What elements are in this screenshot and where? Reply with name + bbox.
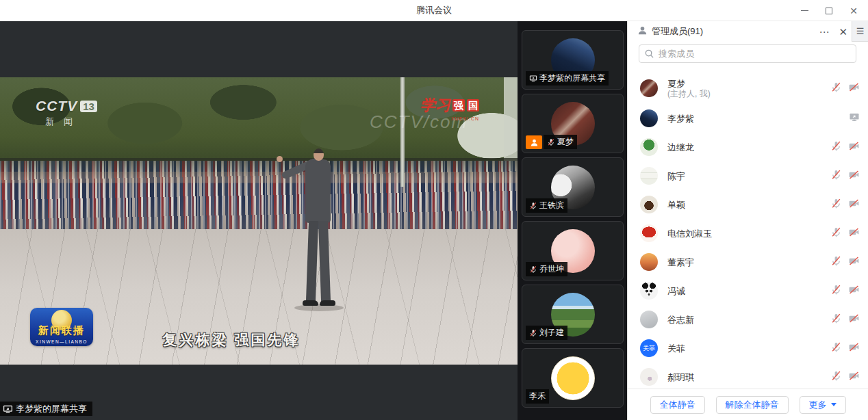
panel-menu-button[interactable]: ☰	[852, 21, 868, 42]
participant-thumbnail-strip: 李梦紫的屏幕共享 夏梦	[518, 21, 627, 420]
mic-muted-icon[interactable]	[830, 140, 842, 155]
panel-close-button[interactable]: ✕	[839, 27, 847, 37]
tile-name: 夏梦	[557, 136, 574, 148]
mic-muted-icon[interactable]	[830, 255, 842, 270]
xuexi-box-char: 国	[467, 99, 479, 111]
camera-off-icon[interactable]	[848, 81, 860, 96]
video-tile-qiaoshikun[interactable]: 乔世坤	[522, 221, 624, 280]
member-row-limengzi[interactable]: 李梦紫	[628, 104, 868, 133]
member-row-xiameng[interactable]: 夏梦 (主持人, 我)	[628, 73, 868, 104]
avatar	[640, 311, 658, 328]
more-label: 更多	[809, 399, 827, 411]
camera-off-icon[interactable]	[848, 255, 860, 270]
camera-off-icon[interactable]	[848, 226, 860, 241]
member-name: 冯诚	[667, 286, 685, 296]
video-waving-person	[275, 148, 344, 313]
mic-muted-icon[interactable]	[830, 81, 842, 96]
shared-screen-stage[interactable]: CCTV 13 新闻 CCTV/com 学习 强 国 XUEXI.CN	[0, 21, 518, 420]
mic-muted-icon[interactable]	[830, 341, 842, 356]
camera-off-icon[interactable]	[848, 313, 860, 327]
maximize-icon	[826, 8, 832, 14]
camera-off-icon[interactable]	[848, 370, 860, 384]
minimize-icon	[801, 10, 808, 11]
panel-more-button[interactable]: ⋯	[819, 27, 829, 37]
member-name: 郝玥琪	[667, 372, 694, 382]
window-title: 腾讯会议	[416, 4, 452, 16]
cctv-brand-text: CCTV	[36, 98, 77, 114]
mic-muted-icon	[547, 138, 555, 146]
tile-label: 王铁滨	[526, 198, 567, 213]
screen-share-icon	[3, 404, 13, 414]
mic-muted-icon	[529, 202, 537, 210]
xuexi-url-text: XUEXI.CN	[420, 116, 479, 121]
member-icon	[637, 25, 648, 38]
member-row-fengcheng[interactable]: 冯诚	[628, 276, 868, 305]
member-row-bianjilong[interactable]: 边继龙	[628, 133, 868, 161]
video-tile-wangtiebin[interactable]: 王铁滨	[522, 157, 624, 217]
xuexi-qiangguo-logo: 学习 强 国 XUEXI.CN	[420, 95, 479, 121]
members-panel: 管理成员(91) ⋯ ✕ ☰ 夏梦 (主持人, 我)	[627, 21, 868, 420]
mic-muted-icon[interactable]	[830, 370, 842, 384]
maximize-button[interactable]	[820, 3, 838, 19]
mic-muted-icon[interactable]	[830, 198, 842, 212]
more-button[interactable]: 更多	[800, 396, 846, 414]
members-panel-title: 管理成员(91)	[652, 25, 703, 38]
member-row-guzhixin[interactable]: 谷志新	[628, 305, 868, 334]
member-name: 单颖	[667, 200, 685, 210]
member-row-guanfei[interactable]: 关菲 关菲	[628, 334, 868, 363]
shared-video: CCTV 13 新闻 CCTV/com 学习 强 国 XUEXI.CN	[0, 77, 518, 365]
search-input[interactable]	[639, 44, 856, 63]
video-crowd	[0, 161, 518, 229]
avatar	[551, 356, 595, 400]
member-list: 夏梦 (主持人, 我) 李梦紫	[628, 67, 868, 391]
member-row-shanying[interactable]: 单颖	[628, 190, 868, 219]
window-controls: ✕	[795, 0, 863, 21]
avatar	[640, 109, 658, 127]
member-row-chenyu[interactable]: 陈宇	[628, 161, 868, 190]
screen-share-icon	[529, 75, 537, 82]
video-tile-liuzijian[interactable]: 刘子建	[522, 285, 624, 344]
mic-muted-icon[interactable]	[830, 313, 842, 327]
camera-off-icon[interactable]	[848, 140, 860, 155]
mic-muted-icon[interactable]	[830, 226, 842, 241]
member-name: 夏梦	[667, 79, 711, 89]
host-badge-icon	[526, 135, 542, 149]
member-row-haoyueqi[interactable]: 郝玥琪	[628, 363, 868, 391]
avatar	[640, 368, 658, 386]
sharing-screen-icon[interactable]	[849, 111, 860, 125]
close-icon: ✕	[850, 6, 858, 16]
caret-down-icon	[831, 403, 837, 406]
tile-name: 刘子建	[539, 327, 564, 339]
close-button[interactable]: ✕	[845, 3, 863, 19]
video-tile-lihe[interactable]: 李禾	[522, 348, 624, 408]
video-tile-xiameng[interactable]: 夏梦	[522, 94, 624, 153]
tile-label: 夏梦	[544, 135, 577, 149]
avatar	[640, 138, 658, 156]
camera-off-icon[interactable]	[848, 198, 860, 212]
avatar	[640, 253, 658, 271]
member-role: (主持人, 我)	[667, 89, 711, 99]
screen-share-banner: 李梦紫的屏幕共享	[0, 402, 92, 416]
camera-off-icon[interactable]	[848, 169, 860, 183]
member-row-dongsuyu[interactable]: 董素宇	[628, 248, 868, 276]
cctv-channel-number: 13	[80, 101, 97, 112]
tile-name: 王铁滨	[539, 200, 564, 211]
video-tile-limengzi-share[interactable]: 李梦紫的屏幕共享	[522, 30, 624, 90]
member-name: 关菲	[667, 343, 685, 354]
mute-all-button[interactable]: 全体静音	[650, 396, 705, 414]
unmute-all-label: 解除全体静音	[726, 399, 779, 411]
minimize-button[interactable]	[795, 3, 813, 19]
mic-muted-icon[interactable]	[830, 169, 842, 183]
avatar	[640, 282, 658, 300]
member-row-dianxinliushuyu[interactable]: 电信刘淑玉	[628, 219, 868, 248]
search-icon	[644, 49, 654, 62]
member-name: 电信刘淑玉	[667, 228, 712, 239]
screen-share-banner-text: 李梦紫的屏幕共享	[16, 403, 87, 415]
member-name: 李梦紫	[667, 114, 694, 124]
camera-off-icon[interactable]	[848, 284, 860, 298]
avatar	[640, 79, 658, 97]
mic-muted-icon[interactable]	[830, 284, 842, 298]
tile-label: 李梦紫的屏幕共享	[526, 71, 609, 86]
camera-off-icon[interactable]	[848, 341, 860, 356]
unmute-all-button[interactable]: 解除全体静音	[716, 396, 789, 414]
